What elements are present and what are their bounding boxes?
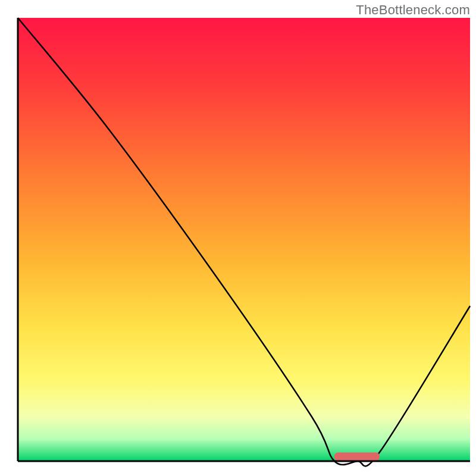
bottleneck-chart: TheBottleneck.com (0, 0, 476, 476)
optimum-marker (334, 453, 380, 461)
plot-background (18, 18, 470, 461)
chart-svg (0, 0, 476, 476)
watermark-text: TheBottleneck.com (356, 2, 470, 18)
